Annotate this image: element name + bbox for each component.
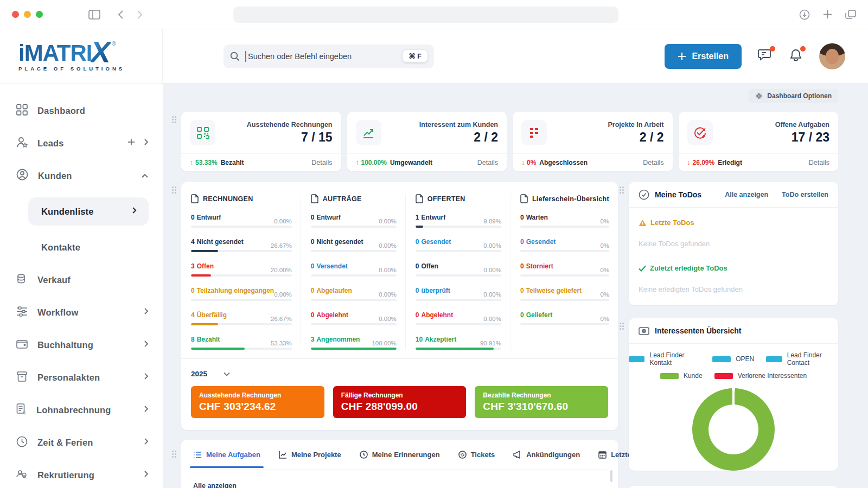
details-link[interactable]: Details [809,159,829,166]
stat-card-interessenten[interactable]: Interessent zum Kunden 2 / 2 ↑100.00%Umg… [347,112,507,171]
status-row[interactable]: 0Gesendet 0.00% [416,238,501,252]
zoom-window-button[interactable] [36,11,43,18]
notifications-icon[interactable] [789,48,803,65]
tab-overview-icon[interactable] [845,10,856,20]
downloads-icon[interactable] [799,9,810,20]
chevron-right-icon[interactable] [144,470,149,480]
todos-show-all-link[interactable]: Alle anzeigen [725,191,768,198]
sidebar-item-dashboard[interactable]: Dashbaord [16,100,149,121]
status-row[interactable]: 8Bezahlt 53.33% [191,336,292,350]
create-button[interactable]: Erstellen [665,44,742,69]
people-search-icon [16,469,28,481]
sidebar-item-rekrutierung[interactable]: Rekrutierung [16,464,149,486]
chevron-right-icon[interactable] [144,373,149,382]
arrow-up-icon: ↑ [190,159,193,166]
legend-item[interactable]: Verlorene Interessenten [714,372,807,380]
prospects-donut-chart[interactable] [692,388,775,471]
finance-card-bezahlt[interactable]: Bezahlte Rechnungen CHF 3'310'670.60 [475,386,608,418]
details-link[interactable]: Details [477,159,498,166]
stat-value: 2 / 2 [419,130,498,145]
address-bar[interactable] [233,7,618,23]
status-row[interactable]: 0Offen 0.00% [416,262,501,277]
stat-card-aufgaben[interactable]: Offene Aufgaben 17 / 23 ↓26.09%Erledigt … [679,112,839,171]
tab-tickets[interactable]: Tickets [458,451,495,459]
panel-scroll-handle[interactable] [610,470,612,482]
status-row[interactable]: 3Offen 20.00% [191,262,292,277]
show-all-link[interactable]: Alle anzeigen [193,482,606,488]
status-row[interactable]: 0Teilweise geliefert 0% [520,287,609,301]
legend-item[interactable]: Kunde [660,372,703,380]
tab-meine-projekte[interactable]: Meine Projekte [279,451,341,459]
status-row[interactable]: 0Gesendet 0% [520,238,609,252]
details-link[interactable]: Details [643,159,663,166]
status-row[interactable]: 10Akzeptiert 90.91% [416,336,501,350]
global-search-input[interactable]: Suchen oder Befehl eingeben ⌘ F [224,44,434,68]
status-row[interactable]: 0Teilzahlung eingegangen 0.00% [191,287,292,301]
status-row[interactable]: 0Versendet 0.00% [311,262,397,277]
add-lead-icon[interactable] [127,138,135,148]
sidebar-toggle-icon[interactable] [88,10,100,20]
legend-item[interactable]: Lead Finder Kontakt [629,351,700,367]
status-row[interactable]: 0Geliefert 0% [520,311,609,325]
status-row[interactable]: 1Entwurf 9.09% [416,214,501,228]
status-row[interactable]: 0überprüft 0.00% [416,287,501,301]
sidebar-item-lohnabrechnung[interactable]: $ Lohnabrechnung [16,399,149,421]
status-row[interactable]: 0Storniert 0% [520,262,609,277]
messages-icon[interactable] [758,48,773,64]
status-row[interactable]: 0Abgelehnt 0.00% [416,311,501,325]
status-row[interactable]: 4Überfällig 26.67% [191,311,292,325]
tab-meine-aufgaben[interactable]: Meine Aufgaben [193,451,260,459]
chevron-right-icon[interactable] [144,138,149,148]
chevron-right-icon[interactable] [144,307,149,317]
drag-handle-icon[interactable] [172,187,177,194]
finance-card-ausstehend[interactable]: Ausstehende Rechnungen CHF 303'234.62 [191,386,324,418]
stat-card-projekte[interactable]: Projekte In Arbeit 2 / 2 ↓0%Abgeschlosse… [513,112,673,171]
status-row[interactable]: 0Warten 0% [520,214,609,228]
chevron-up-icon[interactable] [141,171,149,181]
todo-create-link[interactable]: ToDo erstellen [782,191,828,198]
status-percent: 20.00% [271,267,292,273]
forward-icon[interactable] [137,10,143,20]
status-row[interactable]: 0Abgelehnt 0.00% [311,311,397,325]
progress-bar [520,323,609,325]
year-select[interactable]: 2025 [191,370,608,378]
chevron-right-icon[interactable] [144,438,149,447]
status-row[interactable]: 4Nicht gesendet 26.67% [191,238,292,252]
sidebar-item-zeit-ferien[interactable]: Zeit & Ferien [16,432,149,453]
status-row[interactable]: 0Entwurf 0.00% [191,214,292,228]
minimize-window-button[interactable] [24,11,31,18]
drag-handle-icon[interactable] [620,187,625,194]
tab-ankuendigungen[interactable]: Ankündigungen [513,451,580,459]
new-tab-icon[interactable] [823,10,832,19]
sidebar-item-kunden[interactable]: Kunden [16,165,149,187]
sidebar-item-workflow[interactable]: Workflow [16,301,149,323]
sidebar-item-leads[interactable]: Leads [16,132,149,154]
chevron-right-icon[interactable] [144,405,149,415]
stat-card-rechnungen[interactable]: Ausstehende Rechnungen 7 / 15 ↑53.33%Bez… [181,112,341,171]
finance-card-faellig[interactable]: Fällige Rechnungen CHF 288'099.00 [333,386,467,418]
drag-handle-icon[interactable] [620,323,625,330]
sidebar-item-personalakten[interactable]: Personalakten [16,367,149,388]
status-row[interactable]: 3Angenommen 100.00% [311,336,397,350]
details-link[interactable]: Details [311,159,332,166]
logo[interactable]: iMATRI X ® PLACE OF SOLUTIONS [0,29,163,83]
drag-handle-icon[interactable] [172,451,177,458]
sidebar-item-kundenliste[interactable]: Kundenliste [28,197,149,226]
progress-bar [191,274,292,277]
back-icon[interactable] [118,10,124,20]
status-row[interactable]: 0Nicht gesendet 0.00% [311,238,397,252]
legend-item[interactable]: OPEN [712,351,754,367]
status-row[interactable]: 0Abgelaufen 0.00% [311,287,397,301]
close-window-button[interactable] [12,11,19,18]
chevron-right-icon[interactable] [144,340,149,350]
sidebar-item-verkauf[interactable]: Verkauf [16,269,149,291]
status-row[interactable]: 0Entwurf 0.00% [311,214,397,228]
dashboard-options-button[interactable]: Dashboard Optionen [749,89,838,103]
drag-handle-icon[interactable] [172,116,177,123]
sidebar-item-kontakte[interactable]: Kontakte [28,233,149,261]
sidebar-item-buchhaltung[interactable]: Buchhaltung [16,334,149,356]
legend-item[interactable]: Lead Finder Contact [766,351,838,367]
status-percent: 0.00% [274,218,292,224]
tab-meine-erinnerungen[interactable]: Meine Erinnerungen [360,451,440,459]
user-avatar[interactable] [819,43,845,69]
